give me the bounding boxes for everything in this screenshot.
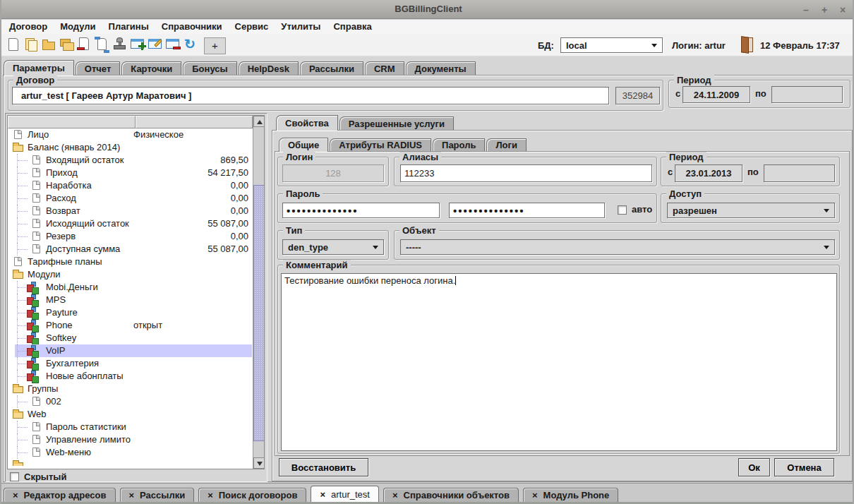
tree-row[interactable]: Наработка 0,00 — [8, 179, 252, 192]
edit-window-icon[interactable] — [147, 36, 164, 54]
tree-row[interactable]: Mobi.Деньги — [8, 281, 252, 294]
remove-window-icon[interactable] — [164, 36, 182, 54]
folder-stack-icon[interactable] — [59, 36, 76, 54]
access-select[interactable]: разрешен — [667, 203, 835, 218]
menu-moduli[interactable]: Модули — [54, 20, 101, 34]
tree-row[interactable]: Payture — [8, 306, 252, 319]
tree-row[interactable] — [8, 459, 252, 466]
tree-row[interactable]: Расход 0,00 — [8, 192, 252, 205]
delete-document-icon[interactable] — [76, 36, 94, 54]
bottom-tab-modul-phone[interactable]: ×Модуль Phone — [523, 488, 618, 503]
tree-row[interactable]: Модули — [8, 268, 252, 281]
tree-row[interactable]: Приход 54 217,50 — [8, 167, 252, 179]
bottom-tab-redaktor-adresov[interactable]: ×Редактор адресов — [4, 488, 116, 503]
tab-bonusy[interactable]: Бонусы — [183, 61, 236, 75]
tab-dokumenty[interactable]: Документы — [406, 61, 476, 75]
tree-row[interactable]: Web-меню — [8, 446, 252, 459]
close-icon[interactable]: × — [392, 490, 398, 500]
open-folder-icon[interactable] — [41, 36, 59, 54]
close-icon[interactable]: × — [320, 489, 325, 500]
tree-scrollbar[interactable] — [253, 116, 265, 469]
tab-razreshennye-uslugi[interactable]: Разрешенные услуги — [339, 116, 454, 130]
menu-servis[interactable]: Сервис — [229, 20, 275, 34]
type-select[interactable]: den_type — [282, 239, 384, 255]
stamp-icon[interactable] — [112, 36, 129, 54]
tree-row[interactable]: Phone открыт — [8, 319, 252, 332]
transfer-document-icon[interactable] — [94, 36, 112, 54]
db-select[interactable]: local — [560, 37, 663, 53]
menu-spravochniki[interactable]: Справочники — [156, 20, 228, 34]
copy-document-icon[interactable] — [23, 36, 41, 54]
scrollbar-thumb[interactable] — [253, 185, 265, 441]
cancel-button[interactable]: Отмена — [774, 458, 834, 476]
menu-dogovor[interactable]: Договор — [4, 20, 53, 34]
close-icon[interactable]: × — [208, 490, 213, 500]
close-icon[interactable]: × — [13, 490, 18, 500]
menu-utility[interactable]: Утилиты — [275, 20, 326, 34]
restore-button[interactable]: Восстановить — [279, 458, 368, 476]
close-icon[interactable]: × — [532, 490, 538, 500]
tree-row[interactable]: Группы — [8, 383, 252, 395]
tab-parametry[interactable]: Параметры — [4, 60, 74, 76]
tree-row[interactable]: Исходящий остаток 55 087,00 — [8, 217, 252, 230]
tree-row[interactable]: MPS — [8, 294, 252, 306]
scroll-down-button[interactable] — [253, 457, 265, 469]
close-button[interactable]: × — [838, 4, 847, 16]
tab-logi[interactable]: Логи — [486, 138, 526, 151]
menu-spravka[interactable]: Справка — [327, 20, 377, 34]
tab-parol[interactable]: Пароль — [433, 138, 485, 151]
close-icon[interactable]: × — [129, 490, 135, 500]
ok-button[interactable]: Ок — [738, 458, 770, 476]
tab-obshchie[interactable]: Общие — [279, 138, 328, 152]
tree-row[interactable]: Тарифные планы — [8, 256, 252, 268]
tree-row[interactable]: Softkey — [8, 332, 252, 344]
tree-row[interactable]: Лицо Физическое — [8, 128, 252, 141]
logout-door-icon[interactable] — [741, 37, 752, 51]
tree-row[interactable]: Входящий остаток 869,50 — [8, 154, 252, 167]
tab-kartochki[interactable]: Карточки — [121, 61, 181, 75]
scroll-up-button[interactable] — [253, 116, 265, 127]
tab-svoystva[interactable]: Свойства — [276, 115, 338, 131]
menu-plaginy[interactable]: Плагины — [103, 20, 155, 34]
tree-row[interactable]: Пароль статистики — [8, 421, 252, 433]
tree-row[interactable]: Резерв 0,00 — [8, 230, 252, 243]
tree-row[interactable]: Управление лимито — [8, 433, 252, 446]
tree-header-column-1[interactable] — [8, 116, 136, 128]
new-document-icon[interactable] — [6, 36, 23, 54]
tab-rassylki[interactable]: Рассылки — [300, 61, 363, 75]
comment-textarea[interactable]: Тестирование ошибки переноса логина. — [281, 273, 837, 451]
tab-helpdesk[interactable]: HelpDesk — [239, 61, 299, 75]
tree-row[interactable]: Доступная сумма 55 087,00 — [8, 243, 252, 256]
tree-row[interactable]: 002 — [8, 395, 252, 408]
tab-atributy-radius[interactable]: Атрибуты RADIUS — [330, 138, 431, 151]
contract-title-field[interactable]: artur_test [ Гареев Артур Маратович ] — [12, 87, 609, 104]
tree-header-column-2[interactable] — [136, 116, 253, 128]
login-period-to-field[interactable] — [764, 164, 835, 182]
hidden-checkbox[interactable] — [10, 472, 19, 481]
contract-period-to-field[interactable] — [771, 86, 843, 103]
password-field-1[interactable]: •••••••••••••• — [282, 203, 440, 218]
aliases-field[interactable]: 112233 — [400, 164, 652, 182]
tree-row[interactable]: Новые абонплаты — [8, 370, 252, 383]
refresh-icon[interactable] — [182, 36, 200, 54]
tree-row[interactable]: Бухгалтерия — [8, 357, 252, 370]
tab-crm[interactable]: CRM — [365, 61, 404, 75]
tree-row[interactable]: VoIP — [8, 344, 252, 357]
bottom-tab-artur-test[interactable]: ×artur_test — [311, 486, 379, 503]
tree-row[interactable]: Баланс (январь 2014) — [8, 141, 252, 154]
bottom-tab-rassylki[interactable]: ×Рассылки — [120, 488, 195, 503]
maximize-button[interactable]: + — [820, 4, 829, 16]
tab-otchet[interactable]: Отчет — [76, 61, 120, 75]
bottom-tab-spravochniki-obektov[interactable]: ×Справочники объектов — [383, 488, 519, 503]
contract-period-from-field[interactable]: 24.11.2009 — [682, 86, 750, 103]
tree-row[interactable]: Web — [8, 408, 252, 421]
add-window-icon[interactable] — [129, 36, 147, 54]
add-tab-button[interactable]: + — [204, 37, 226, 54]
minimize-button[interactable]: – — [802, 4, 810, 16]
tree-row[interactable]: Возврат 0,00 — [8, 205, 252, 217]
password-field-2[interactable]: •••••••••••••• — [449, 203, 605, 218]
object-select[interactable]: ----- — [400, 239, 835, 255]
auto-password-checkbox[interactable] — [618, 205, 627, 215]
bottom-tab-poisk-dogovorov[interactable]: ×Поиск договоров — [198, 488, 306, 503]
login-period-from-field[interactable]: 23.01.2013 — [675, 164, 742, 182]
